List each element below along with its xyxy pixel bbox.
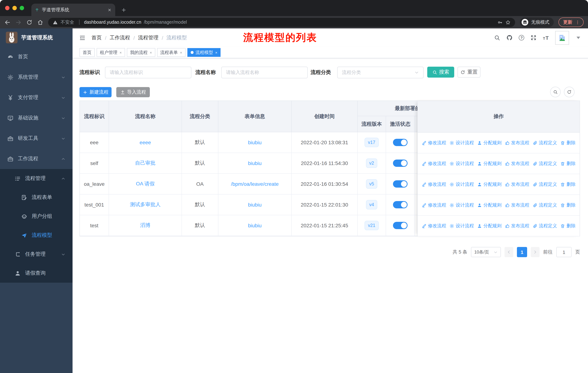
design-action-link[interactable]: 设计流程: [450, 223, 474, 229]
sidebar-item-devtools[interactable]: 研发工具: [0, 128, 73, 149]
forward-button[interactable]: [15, 19, 21, 25]
github-icon[interactable]: [506, 35, 513, 41]
tag-close-icon[interactable]: ×: [150, 50, 152, 54]
process-name-input[interactable]: 请输入流程名称: [221, 67, 308, 78]
breadcrumb-item[interactable]: 流程管理: [138, 34, 158, 41]
publish-action-link[interactable]: 发布流程: [505, 181, 529, 187]
browser-update-button[interactable]: 更新: [558, 18, 584, 27]
chevron-down-icon[interactable]: [575, 35, 581, 41]
password-key-icon[interactable]: [497, 20, 503, 25]
import-process-button[interactable]: 导入流程: [116, 87, 150, 97]
user-avatar[interactable]: [555, 31, 569, 45]
sidebar-item-infra[interactable]: 基础设施: [0, 108, 73, 128]
breadcrumb-item[interactable]: 首页: [92, 34, 102, 41]
assign-action-link[interactable]: 分配规则: [477, 161, 502, 167]
process-name-link[interactable]: eeee: [140, 140, 151, 145]
reload-button[interactable]: [26, 19, 32, 25]
sidebar-item-task-mgmt[interactable]: 任务管理: [0, 245, 73, 264]
assign-action-link[interactable]: 分配规则: [477, 140, 502, 146]
delete-action-link[interactable]: 删除: [560, 223, 576, 229]
tab-close-icon[interactable]: [107, 8, 112, 12]
design-action-link[interactable]: 设计流程: [450, 202, 474, 208]
delete-action-link[interactable]: 删除: [560, 202, 576, 208]
form-info-link[interactable]: biubiu: [248, 202, 262, 208]
form-info-link[interactable]: /bpm/oa/leave/create: [231, 181, 279, 187]
definition-action-link[interactable]: 流程定义: [533, 140, 557, 146]
browser-tab[interactable]: 芋道管理系统: [31, 4, 115, 16]
delete-action-link[interactable]: 删除: [560, 140, 576, 146]
browser-menu-icon[interactable]: [575, 20, 580, 25]
definition-action-link[interactable]: 流程定义: [533, 223, 557, 229]
sidebar-item-leave-query[interactable]: 请假查询: [0, 264, 73, 283]
modify-action-link[interactable]: 修改流程: [422, 181, 446, 187]
process-name-link[interactable]: 测试多审批人: [130, 202, 161, 208]
fullscreen-icon[interactable]: [531, 35, 537, 41]
sidebar-item-process-form[interactable]: 流程表单: [0, 188, 73, 207]
process-id-input[interactable]: 请输入流程标识: [105, 67, 191, 78]
tag-my-process[interactable]: 我的流程×: [127, 48, 155, 57]
active-status-toggle[interactable]: [393, 160, 408, 167]
url-bar[interactable]: 不安全 dashboard.yudao.iocoder.cn/bpm/manag…: [48, 18, 515, 27]
design-action-link[interactable]: 设计流程: [450, 161, 474, 167]
modify-action-link[interactable]: 修改流程: [422, 140, 446, 146]
tag-close-icon[interactable]: ×: [180, 50, 182, 54]
definition-action-link[interactable]: 流程定义: [533, 181, 557, 187]
create-process-button[interactable]: 新建流程: [79, 87, 112, 97]
process-category-select[interactable]: 流程分类: [337, 67, 424, 78]
back-button[interactable]: [4, 19, 10, 25]
collapse-sidebar-icon[interactable]: [79, 34, 86, 41]
reset-button[interactable]: 重置: [458, 67, 481, 78]
design-action-link[interactable]: 设计流程: [450, 140, 474, 146]
publish-action-link[interactable]: 发布流程: [505, 223, 529, 229]
assign-action-link[interactable]: 分配规则: [477, 181, 502, 187]
search-button[interactable]: 搜索: [427, 67, 454, 78]
breadcrumb-item[interactable]: 工作流程: [110, 34, 130, 41]
close-window-button[interactable]: [5, 6, 10, 10]
refresh-table-button[interactable]: [564, 87, 575, 97]
publish-action-link[interactable]: 发布流程: [505, 140, 529, 146]
definition-action-link[interactable]: 流程定义: [533, 202, 557, 208]
sidebar-item-home[interactable]: 首页: [0, 47, 73, 67]
form-info-link[interactable]: biubiu: [248, 222, 262, 228]
new-tab-button[interactable]: [121, 7, 126, 13]
delete-action-link[interactable]: 删除: [560, 161, 576, 167]
process-name-link[interactable]: OA 请假: [136, 181, 155, 187]
publish-action-link[interactable]: 发布流程: [505, 202, 529, 208]
toggle-search-button[interactable]: [550, 87, 561, 97]
form-info-link[interactable]: biubiu: [248, 140, 262, 145]
sidebar-item-user-group[interactable]: 用户分组: [0, 207, 73, 226]
modify-action-link[interactable]: 修改流程: [422, 202, 446, 208]
zoom-window-button[interactable]: [20, 6, 24, 10]
form-info-link[interactable]: biubiu: [248, 160, 262, 166]
goto-page-input[interactable]: 1: [556, 247, 572, 257]
sidebar-item-process-model[interactable]: 流程模型: [0, 226, 73, 245]
tag-close-icon[interactable]: ×: [215, 50, 217, 54]
publish-action-link[interactable]: 发布流程: [505, 161, 529, 167]
modify-action-link[interactable]: 修改流程: [422, 223, 446, 229]
modify-action-link[interactable]: 修改流程: [422, 161, 446, 167]
delete-action-link[interactable]: 删除: [560, 181, 576, 187]
assign-action-link[interactable]: 分配规则: [477, 202, 502, 208]
active-status-toggle[interactable]: [393, 180, 408, 188]
home-button[interactable]: [37, 19, 43, 25]
active-status-toggle[interactable]: [393, 222, 408, 229]
minimize-window-button[interactable]: [12, 6, 17, 10]
search-icon[interactable]: [494, 35, 500, 41]
page-number-button[interactable]: 1: [517, 247, 527, 257]
sidebar-logo[interactable]: 芋道管理系统: [0, 28, 73, 47]
help-icon[interactable]: ?: [519, 35, 524, 40]
process-name-link[interactable]: 自己审批: [135, 160, 156, 166]
prev-page-button[interactable]: [504, 247, 513, 257]
tag-process-model[interactable]: 流程模型×: [187, 48, 221, 57]
tag-close-icon[interactable]: ×: [120, 50, 122, 54]
tag-home[interactable]: 首页: [79, 48, 95, 57]
tag-process-form[interactable]: 流程表单×: [157, 48, 185, 57]
tag-tenant[interactable]: 租户管理×: [97, 48, 125, 57]
sidebar-item-workflow[interactable]: 工作流程: [0, 149, 73, 169]
definition-action-link[interactable]: 流程定义: [533, 161, 557, 167]
sidebar-item-payment[interactable]: 支付管理: [0, 87, 73, 108]
page-size-select[interactable]: 10条/页: [471, 247, 501, 257]
font-size-icon[interactable]: TT: [543, 35, 549, 40]
bookmark-star-icon[interactable]: [505, 20, 511, 25]
design-action-link[interactable]: 设计流程: [450, 181, 474, 187]
